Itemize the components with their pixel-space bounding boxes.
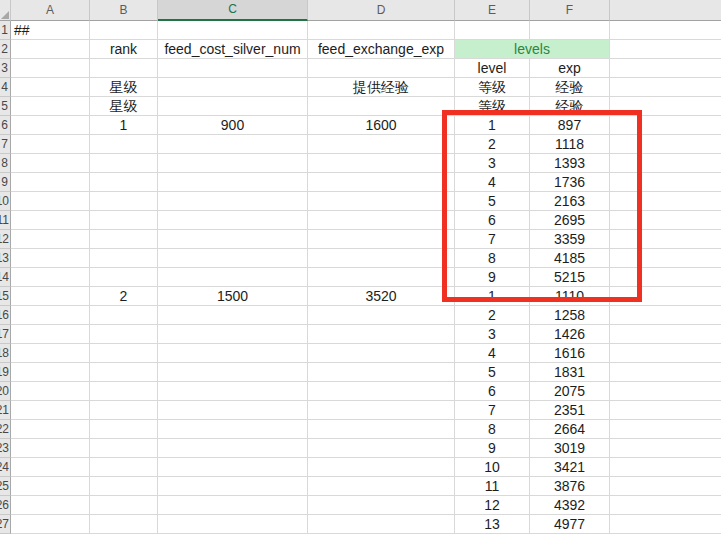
cell-C26[interactable] (158, 496, 308, 515)
cell-A10[interactable] (11, 192, 90, 211)
cell-E26[interactable]: 12 (455, 496, 530, 515)
cell-C3[interactable] (158, 59, 308, 78)
cell-B24[interactable] (90, 458, 158, 477)
cell-B20[interactable] (90, 382, 158, 401)
cell-D26[interactable] (308, 496, 455, 515)
row-header-18[interactable]: 18 (0, 344, 11, 363)
cell-B6[interactable]: 1 (90, 116, 158, 135)
cell-F24[interactable]: 3421 (530, 458, 610, 477)
cell-A20[interactable] (11, 382, 90, 401)
cell-F8[interactable]: 1393 (530, 154, 610, 173)
cell-D9[interactable] (308, 173, 455, 192)
row-header-23[interactable]: 23 (0, 439, 11, 458)
cell-G20[interactable] (610, 382, 721, 401)
cell-B21[interactable] (90, 401, 158, 420)
cell-F16[interactable]: 1258 (530, 306, 610, 325)
cell-D21[interactable] (308, 401, 455, 420)
cell-A7[interactable] (11, 135, 90, 154)
cell-D17[interactable] (308, 325, 455, 344)
cell-A9[interactable] (11, 173, 90, 192)
cell-C20[interactable] (158, 382, 308, 401)
cell-F3[interactable]: exp (530, 59, 610, 78)
cell-C21[interactable] (158, 401, 308, 420)
cell-A26[interactable] (11, 496, 90, 515)
cell-A5[interactable] (11, 97, 90, 116)
cell-F5[interactable]: 经验 (530, 97, 610, 116)
cell-E11[interactable]: 6 (455, 211, 530, 230)
cell-C16[interactable] (158, 306, 308, 325)
cell-C7[interactable] (158, 135, 308, 154)
cell-C14[interactable] (158, 268, 308, 287)
cell-E22[interactable]: 8 (455, 420, 530, 439)
cell-G21[interactable] (610, 401, 721, 420)
cell-A19[interactable] (11, 363, 90, 382)
cell-E4[interactable]: 等级 (455, 78, 530, 97)
cell-B19[interactable] (90, 363, 158, 382)
row-header-24[interactable]: 24 (0, 458, 11, 477)
cell-E24[interactable]: 10 (455, 458, 530, 477)
row-header-25[interactable]: 25 (0, 477, 11, 496)
cell-C8[interactable] (158, 154, 308, 173)
cell-F11[interactable]: 2695 (530, 211, 610, 230)
cell-D2[interactable]: feed_exchange_exp (308, 40, 455, 59)
cell-D24[interactable] (308, 458, 455, 477)
cell-D11[interactable] (308, 211, 455, 230)
select-all-corner[interactable] (0, 0, 11, 21)
cell-F14[interactable]: 5215 (530, 268, 610, 287)
cell-C11[interactable] (158, 211, 308, 230)
cell-D15[interactable]: 3520 (308, 287, 455, 306)
cell-D22[interactable] (308, 420, 455, 439)
cell-C18[interactable] (158, 344, 308, 363)
cell-B13[interactable] (90, 249, 158, 268)
row-header-21[interactable]: 21 (0, 401, 11, 420)
cell-C19[interactable] (158, 363, 308, 382)
row-header-16[interactable]: 16 (0, 306, 11, 325)
cell-G9[interactable] (610, 173, 721, 192)
cell-D6[interactable]: 1600 (308, 116, 455, 135)
cell-D12[interactable] (308, 230, 455, 249)
cell-G5[interactable] (610, 97, 721, 116)
cell-A15[interactable] (11, 287, 90, 306)
cell-C15[interactable]: 1500 (158, 287, 308, 306)
cell-B1[interactable] (90, 21, 158, 40)
cell-B2[interactable]: rank (90, 40, 158, 59)
cell-A21[interactable] (11, 401, 90, 420)
row-header-11[interactable]: 11 (0, 211, 11, 230)
cell-C9[interactable] (158, 173, 308, 192)
cell-B16[interactable] (90, 306, 158, 325)
column-header-blank[interactable] (610, 0, 721, 21)
cell-E10[interactable]: 5 (455, 192, 530, 211)
cell-G12[interactable] (610, 230, 721, 249)
row-header-10[interactable]: 10 (0, 192, 11, 211)
cell-A12[interactable] (11, 230, 90, 249)
row-header-2[interactable]: 2 (0, 40, 11, 59)
cell-A16[interactable] (11, 306, 90, 325)
cell-C6[interactable]: 900 (158, 116, 308, 135)
column-header-C[interactable]: C (158, 0, 308, 21)
cell-A18[interactable] (11, 344, 90, 363)
cell-G2[interactable] (610, 40, 721, 59)
cell-E3[interactable]: level (455, 59, 530, 78)
cell-G14[interactable] (610, 268, 721, 287)
cell-A25[interactable] (11, 477, 90, 496)
cell-F27[interactable]: 4977 (530, 515, 610, 534)
row-header-15[interactable]: 15 (0, 287, 11, 306)
cell-F15[interactable]: 1110 (530, 287, 610, 306)
cell-D20[interactable] (308, 382, 455, 401)
cell-E6[interactable]: 1 (455, 116, 530, 135)
cell-G26[interactable] (610, 496, 721, 515)
cell-C25[interactable] (158, 477, 308, 496)
cell-F25[interactable]: 3876 (530, 477, 610, 496)
cell-A23[interactable] (11, 439, 90, 458)
cell-F7[interactable]: 1118 (530, 135, 610, 154)
row-header-17[interactable]: 17 (0, 325, 11, 344)
row-header-7[interactable]: 7 (0, 135, 11, 154)
cell-F22[interactable]: 2664 (530, 420, 610, 439)
cell-B26[interactable] (90, 496, 158, 515)
column-header-F[interactable]: F (530, 0, 610, 21)
row-header-22[interactable]: 22 (0, 420, 11, 439)
cell-D13[interactable] (308, 249, 455, 268)
cell-E14[interactable]: 9 (455, 268, 530, 287)
row-header-5[interactable]: 5 (0, 97, 11, 116)
cell-E15[interactable]: 1 (455, 287, 530, 306)
